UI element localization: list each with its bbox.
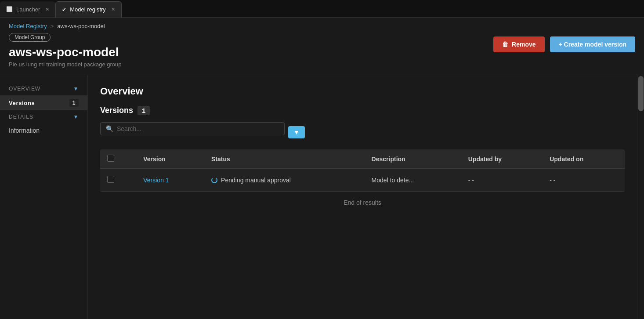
table-row: Version 1 Pending manual approval Model …: [100, 169, 625, 192]
breadcrumb-link[interactable]: Model Registry: [9, 23, 47, 29]
chevron-down-icon-details: ▼: [73, 114, 79, 120]
create-button-label: + Create model version: [559, 41, 626, 48]
sidebar-details-label: DETAILS: [9, 114, 33, 120]
row-status-cell: Pending manual approval: [204, 169, 365, 192]
model-registry-icon: ✔: [62, 7, 66, 13]
scrollbar-thumb[interactable]: [638, 76, 644, 111]
dropdown-button[interactable]: ▼: [288, 126, 305, 138]
page-subtitle: Pie us lung ml training model package gr…: [9, 61, 122, 68]
versions-row: Versions 1: [100, 106, 625, 115]
sidebar-overview-label: OVERVIEW: [9, 86, 40, 92]
search-bar: 🔍: [100, 122, 285, 135]
end-of-results: End of results: [100, 192, 625, 213]
search-input[interactable]: [117, 125, 279, 132]
sidebar-versions-label: Versions: [9, 100, 35, 106]
tab-launcher-label: Launcher: [16, 6, 40, 13]
tab-model-registry-close[interactable]: ✕: [111, 7, 115, 12]
header-actions: 🗑 Remove + Create model version: [493, 36, 635, 52]
breadcrumb-separator: >: [51, 23, 54, 29]
overview-title: Overview: [100, 86, 625, 97]
versions-table: Version Status Description Updated by Up…: [100, 149, 625, 192]
sidebar-versions-badge: 1: [69, 99, 79, 107]
tab-bar: ⬜ Launcher ✕ ✔ Model registry ✕: [0, 0, 644, 18]
tab-model-registry[interactable]: ✔ Model registry ✕: [55, 1, 122, 17]
main-container: Model Registry > aws-ws-poc-model Model …: [0, 18, 644, 319]
header-left: Model Group aws-ws-poc-model Pie us lung…: [9, 33, 122, 68]
row-description-cell: Model to dete...: [365, 169, 461, 192]
col-updated-on: Updated on: [543, 149, 625, 169]
breadcrumb-current: aws-ws-poc-model: [57, 23, 105, 29]
chevron-down-icon: ▼: [73, 86, 79, 92]
sidebar-item-information[interactable]: Information: [0, 123, 87, 138]
header-checkbox[interactable]: [107, 155, 114, 162]
search-icon: 🔍: [106, 125, 113, 132]
row-checkbox-cell: [100, 169, 136, 192]
col-version: Version: [136, 149, 204, 169]
versions-count-badge: 1: [137, 106, 150, 115]
trash-icon: 🗑: [502, 41, 508, 48]
col-status: Status: [204, 149, 365, 169]
sidebar-information-label: Information: [9, 127, 40, 134]
table-header-row: Version Status Description Updated by Up…: [100, 149, 625, 169]
version-link[interactable]: Version 1: [143, 177, 169, 184]
versions-label: Versions: [100, 106, 133, 115]
search-row: 🔍 ▼: [100, 122, 625, 142]
launcher-icon: ⬜: [6, 6, 13, 12]
spinner-icon: [211, 177, 217, 183]
scrollbar[interactable]: [637, 75, 644, 319]
sidebar: OVERVIEW ▼ Versions 1 DETAILS ▼ Informat…: [0, 75, 88, 319]
create-model-version-button[interactable]: + Create model version: [550, 36, 635, 52]
remove-button-label: Remove: [512, 41, 535, 48]
tab-launcher-close[interactable]: ✕: [45, 7, 49, 12]
sidebar-item-details[interactable]: DETAILS ▼: [0, 110, 87, 123]
sidebar-item-versions[interactable]: Versions 1: [0, 95, 87, 110]
sidebar-item-overview[interactable]: OVERVIEW ▼: [0, 82, 87, 95]
body-layout: OVERVIEW ▼ Versions 1 DETAILS ▼ Informat…: [0, 75, 644, 319]
breadcrumb: Model Registry > aws-ws-poc-model: [0, 18, 644, 33]
status-pending: Pending manual approval: [211, 177, 358, 184]
page-header: Model Group aws-ws-poc-model Pie us lung…: [0, 33, 644, 75]
model-group-badge: Model Group: [9, 33, 51, 42]
col-checkbox: [100, 149, 136, 169]
col-updated-by: Updated by: [461, 149, 543, 169]
row-updated-by-cell: - -: [461, 169, 543, 192]
row-version-cell: Version 1: [136, 169, 204, 192]
page-title: aws-ws-poc-model: [9, 45, 122, 59]
content-area: Overview Versions 1 🔍 ▼: [88, 75, 637, 319]
remove-button[interactable]: 🗑 Remove: [493, 36, 544, 52]
row-checkbox[interactable]: [107, 176, 114, 183]
tab-model-registry-label: Model registry: [70, 6, 106, 13]
status-text: Pending manual approval: [221, 177, 291, 184]
tab-launcher[interactable]: ⬜ Launcher ✕: [0, 1, 55, 17]
row-updated-on-cell: - -: [543, 169, 625, 192]
col-description: Description: [365, 149, 461, 169]
